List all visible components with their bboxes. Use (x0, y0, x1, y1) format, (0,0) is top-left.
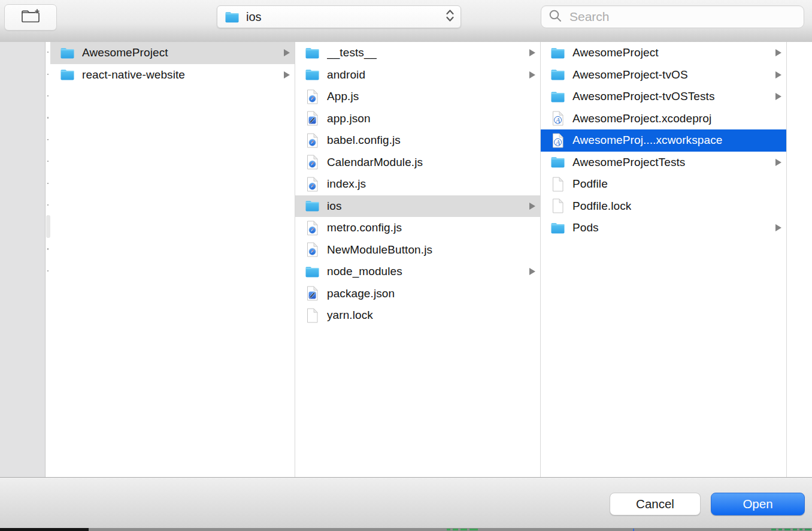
file-row[interactable]: NewModuleButton.js (295, 239, 540, 261)
chevron-right-icon (775, 159, 781, 166)
folder-icon (305, 67, 320, 82)
folder-icon (550, 67, 565, 82)
file-name: yarn.lock (327, 309, 373, 322)
column-resize-gutter[interactable] (46, 42, 50, 477)
dialog-toolbar: ios (0, 0, 812, 42)
file-row[interactable]: package.json (295, 283, 540, 305)
js-icon (305, 221, 320, 236)
column-3[interactable]: AwesomeProjectAwesomeProject-tvOSAwesome… (541, 42, 787, 477)
js-icon (305, 242, 320, 257)
xcode-icon: A (550, 111, 565, 126)
location-dropdown[interactable]: ios (217, 5, 461, 28)
file-row[interactable]: AwesomeProject-tvOS (541, 64, 786, 86)
chevron-right-icon (529, 268, 535, 275)
file-name: AwesomeProject (572, 46, 659, 59)
file-name: package.json (327, 287, 395, 300)
file-row[interactable]: Pods (541, 217, 786, 239)
file-row[interactable]: app.json (295, 108, 540, 130)
file-name: __tests__ (327, 46, 377, 59)
search-field[interactable] (541, 5, 804, 28)
file-name: app.json (327, 112, 371, 125)
file-row[interactable]: App.js (295, 86, 540, 108)
chevron-right-icon (775, 49, 781, 56)
file-name: CalendarModule.js (327, 156, 423, 169)
svg-text:A: A (555, 116, 560, 125)
file-name: AwesomeProject.xcodeproj (572, 112, 711, 125)
file-name: node_modules (327, 265, 402, 278)
gutter-scroll-thumb[interactable] (46, 215, 50, 238)
chevron-right-icon (284, 71, 290, 79)
file-row[interactable]: AAwesomeProj....xcworkspace (541, 129, 786, 152)
folder-icon (225, 10, 240, 25)
file-row[interactable]: AwesomeProjectTests (541, 152, 786, 174)
open-button[interactable]: Open (711, 493, 805, 515)
file-name: AwesomeProject-tvOS (572, 68, 688, 82)
folder-icon (550, 46, 565, 61)
location-dropdown-value: ios (246, 10, 446, 24)
file-row[interactable]: CalendarModule.js (295, 152, 540, 174)
svg-text:A: A (555, 138, 560, 146)
file-row[interactable]: AwesomeProject-tvOSTests (541, 86, 786, 108)
file-name: Podfile.lock (572, 200, 631, 213)
file-name: AwesomeProject-tvOSTests (572, 90, 715, 103)
file-row[interactable]: __tests__ (295, 42, 540, 64)
file-row[interactable]: index.js (295, 173, 540, 195)
file-name: AwesomeProj....xcworkspace (572, 134, 722, 147)
folder-icon (550, 89, 565, 104)
file-name: index.js (327, 177, 366, 191)
file-browser-columns: AwesomeProjectreact-native-website __tes… (0, 42, 812, 478)
folder-icon (305, 46, 320, 61)
file-name: react-native-website (82, 68, 185, 82)
column-2[interactable]: __tests__androidApp.jsapp.jsonbabel.conf… (295, 42, 541, 477)
folder-icon (305, 198, 320, 213)
new-folder-button[interactable] (4, 4, 57, 31)
file-row[interactable]: react-native-website (50, 64, 295, 86)
js-icon (305, 133, 320, 148)
file-row[interactable]: Podfile.lock (541, 195, 786, 218)
folder-icon (550, 221, 565, 236)
chevron-right-icon (284, 49, 290, 56)
folder-icon (60, 67, 75, 82)
file-name: AwesomeProjectTests (572, 156, 685, 169)
file-name: metro.config.js (327, 221, 402, 234)
dialog-footer: Cancel Open (0, 478, 812, 528)
file-name: babel.config.js (327, 134, 401, 147)
sidebar-edge (0, 42, 46, 477)
xcode-icon: A (550, 133, 565, 148)
file-name: ios (327, 200, 342, 213)
js-icon (305, 177, 320, 192)
new-folder-icon (20, 8, 41, 27)
file-row[interactable]: AAwesomeProject.xcodeproj (541, 108, 786, 130)
doc-icon (305, 308, 320, 323)
file-row[interactable]: metro.config.js (295, 217, 540, 239)
file-row[interactable]: android (295, 64, 540, 86)
file-name: App.js (327, 90, 359, 103)
file-row[interactable]: babel.config.js (295, 129, 540, 152)
search-input[interactable] (568, 9, 798, 25)
stepper-arrows-icon (446, 8, 455, 25)
file-row[interactable]: ios (295, 195, 540, 218)
file-name: android (327, 68, 365, 82)
cancel-button[interactable]: Cancel (610, 493, 701, 515)
file-row[interactable]: AwesomeProject (50, 42, 295, 64)
js-icon (305, 155, 320, 170)
js-icon (305, 89, 320, 104)
file-row[interactable]: node_modules (295, 261, 540, 283)
file-row[interactable]: yarn.lock (295, 304, 540, 327)
chevron-right-icon (775, 224, 781, 231)
chevron-right-icon (529, 49, 535, 56)
doc-icon (550, 198, 565, 213)
file-name: NewModuleButton.js (327, 243, 432, 257)
column-1[interactable]: AwesomeProjectreact-native-website (50, 42, 295, 477)
gutter-ticks (47, 52, 49, 282)
background-window-strip (0, 528, 812, 531)
json-icon (305, 111, 320, 126)
doc-icon (550, 177, 565, 192)
chevron-right-icon (775, 71, 781, 79)
json-icon (305, 286, 320, 301)
chevron-right-icon (529, 71, 535, 79)
chevron-right-icon (529, 203, 535, 210)
file-row[interactable]: AwesomeProject (541, 42, 786, 64)
file-row[interactable]: Podfile (541, 173, 786, 195)
folder-icon (550, 155, 565, 170)
